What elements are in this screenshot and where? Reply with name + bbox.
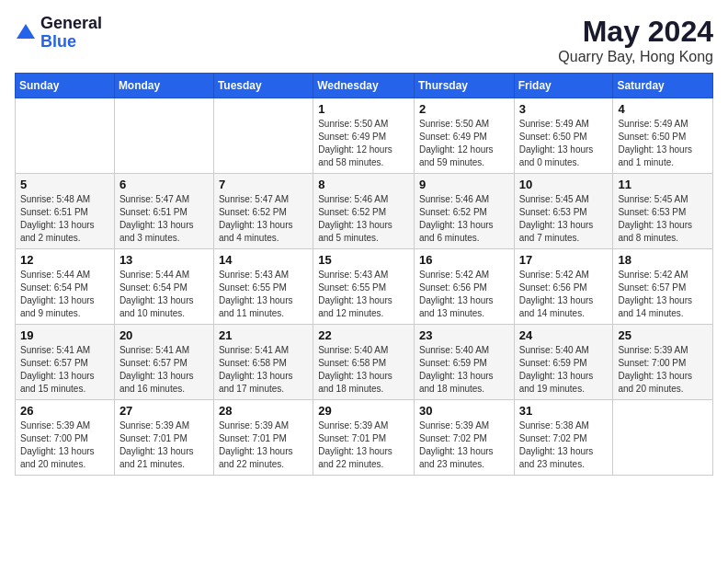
calendar-cell: 20Sunrise: 5:41 AM Sunset: 6:57 PM Dayli…	[114, 325, 213, 400]
calendar-cell: 28Sunrise: 5:39 AM Sunset: 7:01 PM Dayli…	[213, 400, 313, 476]
header-tuesday: Tuesday	[213, 74, 313, 98]
day-number: 25	[618, 328, 708, 342]
day-number: 11	[618, 178, 708, 191]
calendar-cell: 4Sunrise: 5:49 AM Sunset: 6:50 PM Daylig…	[613, 98, 713, 174]
header-thursday: Thursday	[414, 74, 514, 98]
logo-blue: Blue	[40, 33, 102, 52]
calendar-week-3: 19Sunrise: 5:41 AM Sunset: 6:57 PM Dayli…	[16, 325, 713, 400]
day-number: 23	[419, 328, 509, 342]
day-info: Sunrise: 5:43 AM Sunset: 6:55 PM Dayligh…	[219, 269, 308, 320]
day-number: 24	[519, 328, 609, 342]
day-info: Sunrise: 5:40 AM Sunset: 6:59 PM Dayligh…	[519, 344, 609, 396]
subtitle: Quarry Bay, Hong Kong	[558, 49, 713, 65]
calendar-cell: 17Sunrise: 5:42 AM Sunset: 6:56 PM Dayli…	[514, 249, 613, 325]
day-info: Sunrise: 5:43 AM Sunset: 6:55 PM Dayligh…	[318, 269, 409, 320]
day-number: 26	[20, 404, 109, 418]
day-number: 5	[20, 178, 109, 191]
calendar-week-0: 1Sunrise: 5:50 AM Sunset: 6:49 PM Daylig…	[16, 98, 713, 174]
calendar-cell: 5Sunrise: 5:48 AM Sunset: 6:51 PM Daylig…	[16, 174, 115, 249]
calendar-cell	[613, 400, 713, 476]
day-info: Sunrise: 5:41 AM Sunset: 6:57 PM Dayligh…	[119, 344, 209, 396]
day-number: 10	[519, 178, 609, 191]
calendar-cell	[213, 98, 313, 174]
header-friday: Friday	[514, 74, 613, 98]
calendar-cell: 23Sunrise: 5:40 AM Sunset: 6:59 PM Dayli…	[414, 325, 514, 400]
day-number: 21	[219, 328, 308, 342]
day-info: Sunrise: 5:39 AM Sunset: 7:01 PM Dayligh…	[219, 419, 308, 471]
day-info: Sunrise: 5:42 AM Sunset: 6:57 PM Dayligh…	[618, 269, 708, 320]
header-sunday: Sunday	[16, 74, 115, 98]
calendar-cell: 21Sunrise: 5:41 AM Sunset: 6:58 PM Dayli…	[213, 325, 313, 400]
day-number: 28	[219, 404, 308, 418]
day-info: Sunrise: 5:45 AM Sunset: 6:53 PM Dayligh…	[519, 193, 609, 245]
header-saturday: Saturday	[613, 74, 713, 98]
calendar-cell: 1Sunrise: 5:50 AM Sunset: 6:49 PM Daylig…	[313, 98, 415, 174]
day-info: Sunrise: 5:47 AM Sunset: 6:51 PM Dayligh…	[119, 193, 209, 245]
calendar-header-row: SundayMondayTuesdayWednesdayThursdayFrid…	[16, 74, 713, 98]
calendar-cell: 27Sunrise: 5:39 AM Sunset: 7:01 PM Dayli…	[114, 400, 213, 476]
day-info: Sunrise: 5:41 AM Sunset: 6:58 PM Dayligh…	[219, 344, 308, 396]
calendar-week-4: 26Sunrise: 5:39 AM Sunset: 7:00 PM Dayli…	[16, 400, 713, 476]
day-info: Sunrise: 5:44 AM Sunset: 6:54 PM Dayligh…	[20, 269, 109, 320]
calendar-cell: 31Sunrise: 5:38 AM Sunset: 7:02 PM Dayli…	[514, 400, 613, 476]
header-wednesday: Wednesday	[313, 74, 415, 98]
calendar-cell: 15Sunrise: 5:43 AM Sunset: 6:55 PM Dayli…	[313, 249, 415, 325]
calendar-cell: 2Sunrise: 5:50 AM Sunset: 6:49 PM Daylig…	[414, 98, 514, 174]
title-block: May 2024 Quarry Bay, Hong Kong	[558, 15, 713, 65]
day-number: 13	[119, 253, 209, 267]
calendar-cell: 8Sunrise: 5:46 AM Sunset: 6:52 PM Daylig…	[313, 174, 415, 249]
calendar-week-1: 5Sunrise: 5:48 AM Sunset: 6:51 PM Daylig…	[16, 174, 713, 249]
day-info: Sunrise: 5:50 AM Sunset: 6:49 PM Dayligh…	[318, 118, 409, 169]
day-info: Sunrise: 5:45 AM Sunset: 6:53 PM Dayligh…	[618, 193, 708, 245]
day-info: Sunrise: 5:39 AM Sunset: 7:02 PM Dayligh…	[419, 419, 509, 471]
day-info: Sunrise: 5:49 AM Sunset: 6:50 PM Dayligh…	[519, 118, 609, 169]
calendar-cell: 18Sunrise: 5:42 AM Sunset: 6:57 PM Dayli…	[613, 249, 713, 325]
calendar-cell: 30Sunrise: 5:39 AM Sunset: 7:02 PM Dayli…	[414, 400, 514, 476]
calendar-cell: 6Sunrise: 5:47 AM Sunset: 6:51 PM Daylig…	[114, 174, 213, 249]
day-info: Sunrise: 5:39 AM Sunset: 7:00 PM Dayligh…	[20, 419, 109, 471]
day-info: Sunrise: 5:42 AM Sunset: 6:56 PM Dayligh…	[419, 269, 509, 320]
calendar-cell: 13Sunrise: 5:44 AM Sunset: 6:54 PM Dayli…	[114, 249, 213, 325]
calendar: SundayMondayTuesdayWednesdayThursdayFrid…	[15, 73, 713, 476]
day-number: 18	[618, 253, 708, 267]
calendar-cell: 11Sunrise: 5:45 AM Sunset: 6:53 PM Dayli…	[613, 174, 713, 249]
day-number: 8	[318, 178, 409, 191]
page-header: General Blue May 2024 Quarry Bay, Hong K…	[15, 15, 713, 65]
day-number: 7	[219, 178, 308, 191]
logo-general: General	[40, 15, 102, 33]
day-info: Sunrise: 5:46 AM Sunset: 6:52 PM Dayligh…	[419, 193, 509, 245]
logo: General Blue	[15, 15, 102, 52]
day-info: Sunrise: 5:50 AM Sunset: 6:49 PM Dayligh…	[419, 118, 509, 169]
calendar-cell: 7Sunrise: 5:47 AM Sunset: 6:52 PM Daylig…	[213, 174, 313, 249]
header-monday: Monday	[114, 74, 213, 98]
calendar-cell: 3Sunrise: 5:49 AM Sunset: 6:50 PM Daylig…	[514, 98, 613, 174]
day-number: 4	[618, 102, 708, 116]
day-info: Sunrise: 5:47 AM Sunset: 6:52 PM Dayligh…	[219, 193, 308, 245]
calendar-cell	[114, 98, 213, 174]
calendar-cell: 16Sunrise: 5:42 AM Sunset: 6:56 PM Dayli…	[414, 249, 514, 325]
day-number: 15	[318, 253, 409, 267]
day-number: 30	[419, 404, 509, 418]
calendar-cell: 19Sunrise: 5:41 AM Sunset: 6:57 PM Dayli…	[16, 325, 115, 400]
day-number: 20	[119, 328, 209, 342]
calendar-week-2: 12Sunrise: 5:44 AM Sunset: 6:54 PM Dayli…	[16, 249, 713, 325]
day-number: 3	[519, 102, 609, 116]
day-info: Sunrise: 5:42 AM Sunset: 6:56 PM Dayligh…	[519, 269, 609, 320]
calendar-cell: 12Sunrise: 5:44 AM Sunset: 6:54 PM Dayli…	[16, 249, 115, 325]
calendar-cell: 29Sunrise: 5:39 AM Sunset: 7:01 PM Dayli…	[313, 400, 415, 476]
calendar-cell	[16, 98, 115, 174]
logo-icon	[15, 22, 37, 44]
day-info: Sunrise: 5:39 AM Sunset: 7:01 PM Dayligh…	[318, 419, 409, 471]
day-number: 17	[519, 253, 609, 267]
calendar-cell: 9Sunrise: 5:46 AM Sunset: 6:52 PM Daylig…	[414, 174, 514, 249]
day-info: Sunrise: 5:39 AM Sunset: 7:00 PM Dayligh…	[618, 344, 708, 396]
calendar-cell: 10Sunrise: 5:45 AM Sunset: 6:53 PM Dayli…	[514, 174, 613, 249]
day-info: Sunrise: 5:40 AM Sunset: 6:58 PM Dayligh…	[318, 344, 409, 396]
day-number: 27	[119, 404, 209, 418]
day-number: 19	[20, 328, 109, 342]
day-number: 12	[20, 253, 109, 267]
calendar-cell: 22Sunrise: 5:40 AM Sunset: 6:58 PM Dayli…	[313, 325, 415, 400]
day-number: 16	[419, 253, 509, 267]
day-info: Sunrise: 5:41 AM Sunset: 6:57 PM Dayligh…	[20, 344, 109, 396]
day-number: 22	[318, 328, 409, 342]
